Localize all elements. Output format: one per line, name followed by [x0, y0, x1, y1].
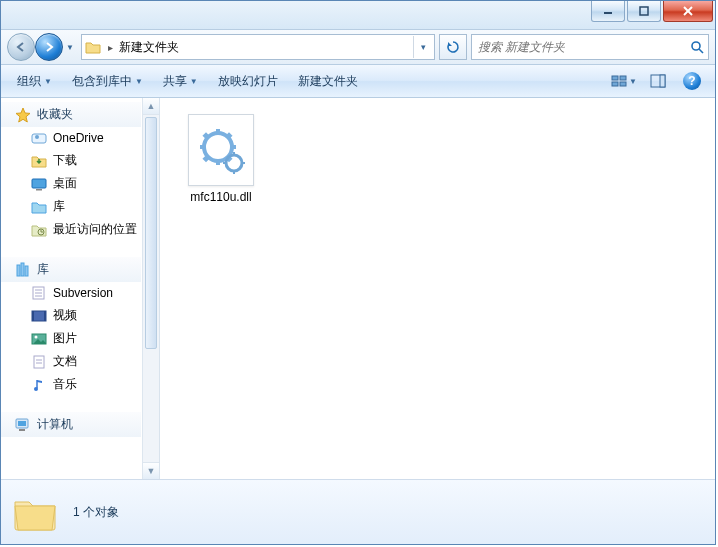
- sidebar-item-onedrive[interactable]: OneDrive: [1, 127, 141, 149]
- svg-rect-49: [241, 162, 245, 164]
- tree: 收藏夹 OneDrive 下载 桌面 库: [1, 102, 159, 437]
- svg-rect-19: [25, 266, 28, 276]
- slideshow-button[interactable]: 放映幻灯片: [210, 69, 286, 94]
- organize-menu[interactable]: 组织 ▼: [9, 69, 60, 94]
- libraries-group[interactable]: 库: [1, 257, 141, 282]
- sidebar-item-desktop[interactable]: 桌面: [1, 172, 141, 195]
- forward-button[interactable]: [35, 33, 63, 61]
- preview-pane-button[interactable]: [643, 70, 673, 92]
- search-box[interactable]: [471, 34, 709, 60]
- svg-point-45: [226, 155, 242, 171]
- file-name: mfc110u.dll: [190, 190, 251, 204]
- nav-buttons: ▼: [7, 33, 77, 61]
- sidebar-item-label: 下载: [53, 152, 77, 169]
- svg-rect-47: [233, 170, 235, 174]
- svg-point-28: [35, 335, 38, 338]
- svn-icon: [31, 285, 47, 301]
- sidebar-item-recent[interactable]: 最近访问的位置: [1, 218, 141, 241]
- svg-rect-9: [620, 82, 626, 86]
- share-menu[interactable]: 共享 ▼: [155, 69, 206, 94]
- sidebar-item-downloads[interactable]: 下载: [1, 149, 141, 172]
- search-input[interactable]: [476, 39, 690, 55]
- library-icon: [31, 199, 47, 215]
- scroll-track[interactable]: [143, 115, 159, 462]
- folder-thumb-icon: [11, 491, 59, 533]
- preview-pane-icon: [650, 74, 666, 88]
- sidebar-item-label: OneDrive: [53, 131, 104, 145]
- svg-rect-37: [216, 129, 220, 135]
- sidebar-item-pictures[interactable]: 图片: [1, 327, 141, 350]
- svg-rect-8: [612, 82, 618, 86]
- documents-icon: [31, 354, 47, 370]
- status-count: 1 个对象: [73, 504, 119, 521]
- scroll-down-button[interactable]: ▼: [143, 462, 159, 479]
- sidebar-item-label: Subversion: [53, 286, 113, 300]
- video-icon: [31, 308, 47, 324]
- close-button[interactable]: [663, 1, 713, 22]
- sidebar-item-library-shortcut[interactable]: 库: [1, 195, 141, 218]
- include-label: 包含到库中: [72, 73, 132, 90]
- svg-rect-15: [36, 189, 42, 191]
- svg-rect-29: [34, 356, 44, 368]
- dll-icon: [188, 114, 254, 186]
- address-dropdown[interactable]: ▾: [413, 36, 432, 58]
- sidebar-item-documents[interactable]: 文档: [1, 350, 141, 373]
- sidebar-item-videos[interactable]: 视频: [1, 304, 141, 327]
- svg-rect-12: [32, 134, 46, 143]
- desktop-icon: [31, 176, 47, 192]
- svg-point-4: [692, 42, 700, 50]
- view-mode-button[interactable]: ▼: [609, 70, 639, 92]
- sidebar-item-label: 音乐: [53, 376, 77, 393]
- svg-rect-26: [44, 311, 46, 321]
- scroll-thumb[interactable]: [145, 117, 157, 349]
- maximize-button[interactable]: [627, 1, 661, 22]
- address-bar[interactable]: ▸ 新建文件夹 ▾: [81, 34, 435, 60]
- refresh-button[interactable]: [439, 34, 467, 60]
- pictures-icon: [31, 331, 47, 347]
- sidebar-item-subversion[interactable]: Subversion: [1, 282, 141, 304]
- svg-rect-38: [216, 159, 220, 165]
- libraries-label: 库: [37, 261, 49, 278]
- svg-rect-7: [620, 76, 626, 80]
- window-controls: [589, 1, 713, 22]
- music-icon: [31, 377, 47, 393]
- svg-point-32: [34, 387, 38, 391]
- minimize-button[interactable]: [591, 1, 625, 22]
- recent-icon: [31, 222, 47, 238]
- svg-rect-34: [18, 421, 26, 426]
- sidebar-scrollbar[interactable]: ▲ ▼: [142, 98, 159, 479]
- help-button[interactable]: ?: [677, 70, 707, 92]
- computer-label: 计算机: [37, 416, 73, 433]
- share-label: 共享: [163, 73, 187, 90]
- new-folder-button[interactable]: 新建文件夹: [290, 69, 366, 94]
- svg-rect-46: [233, 152, 235, 156]
- sidebar-item-music[interactable]: 音乐: [1, 373, 141, 396]
- history-dropdown[interactable]: ▼: [63, 34, 77, 60]
- sidebar-item-label: 视频: [53, 307, 77, 324]
- include-in-library-menu[interactable]: 包含到库中 ▼: [64, 69, 151, 94]
- sidebar-item-label: 文档: [53, 353, 77, 370]
- svg-rect-11: [660, 75, 665, 87]
- computer-group[interactable]: 计算机: [1, 412, 141, 437]
- view-icon: [611, 74, 627, 88]
- search-icon: [690, 40, 704, 54]
- navigation-pane: 收藏夹 OneDrive 下载 桌面 库: [1, 98, 160, 479]
- favorites-group[interactable]: 收藏夹: [1, 102, 141, 127]
- scroll-up-button[interactable]: ▲: [143, 98, 159, 115]
- svg-rect-24: [32, 311, 46, 321]
- svg-rect-18: [21, 263, 24, 276]
- breadcrumb-current[interactable]: 新建文件夹: [119, 39, 179, 56]
- download-icon: [31, 153, 47, 169]
- svg-rect-1: [640, 7, 648, 15]
- chevron-down-icon: ▼: [135, 77, 143, 86]
- file-list[interactable]: mfc110u.dll: [160, 98, 715, 479]
- explorer-window: ▼ ▸ 新建文件夹 ▾ 组织 ▼ 包含到库中 ▼: [0, 0, 716, 545]
- svg-rect-6: [612, 76, 618, 80]
- help-icon: ?: [683, 72, 701, 90]
- chevron-down-icon: ▼: [44, 77, 52, 86]
- slideshow-label: 放映幻灯片: [218, 73, 278, 90]
- file-item[interactable]: mfc110u.dll: [172, 110, 270, 208]
- back-button[interactable]: [7, 33, 35, 61]
- svg-rect-17: [17, 265, 20, 276]
- svg-point-13: [35, 135, 39, 139]
